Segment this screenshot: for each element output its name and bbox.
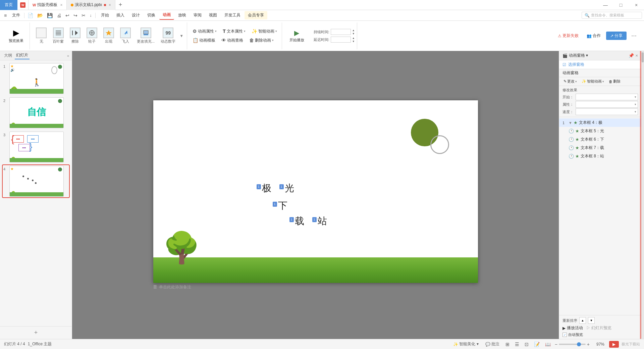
anim-view-btn[interactable]: 👁 动画查格: [219, 37, 245, 44]
text-item-zai[interactable]: 1 载: [289, 216, 304, 226]
quick-open[interactable]: 📂: [36, 12, 45, 19]
notes-placeholder[interactable]: 单击此处添加备注: [159, 284, 191, 290]
tab-start[interactable]: 开始: [98, 11, 112, 19]
text-item-ji[interactable]: 1 极: [257, 184, 271, 193]
play-active-btn[interactable]: ▶ 播放活动 ▷ 幻灯片预览: [562, 325, 638, 331]
slide-item-1[interactable]: 1 ★ 🔊 🚶 🌳: [3, 62, 69, 95]
view-outline-btn[interactable]: ☰: [514, 341, 521, 348]
slides-tab[interactable]: 幻灯片: [15, 52, 30, 59]
outline-tab[interactable]: 大纲: [3, 52, 13, 59]
duration-spin-up[interactable]: ▲ ▼: [352, 29, 355, 35]
minimize-btn[interactable]: —: [598, 0, 613, 10]
add-tab-btn[interactable]: +: [115, 0, 125, 10]
anim-none-btn[interactable]: 无: [33, 27, 49, 45]
play-slideshow-btn[interactable]: ▶: [609, 341, 619, 348]
preview-effect-btn[interactable]: ▶ 预览效果: [6, 27, 26, 44]
template-tab-close[interactable]: ×: [60, 3, 62, 7]
speed-select[interactable]: ▾: [576, 108, 638, 115]
text-item-guang[interactable]: 1 光: [279, 184, 294, 193]
comment-btn[interactable]: 💬 批注: [483, 341, 501, 348]
delay-spin[interactable]: ▲ ▼: [352, 37, 355, 43]
view-notes-btn[interactable]: 📝: [533, 341, 541, 348]
auto-preview-checkbox[interactable]: ✓: [562, 333, 567, 337]
anim-template-btn[interactable]: 📋 动画模板: [191, 37, 217, 44]
slide-canvas[interactable]: 1 极 1 光 1 下 1 载 1 站: [153, 100, 478, 283]
anim-number-btn[interactable]: 99 动态数字: [158, 27, 178, 45]
smart-effect-btn[interactable]: ✨ 智能动画 ▾: [580, 78, 606, 85]
select-pane-btn[interactable]: ☑ 选择窗格: [559, 60, 641, 69]
anim-list-item-4[interactable]: 🕐 ★ 文本框 7：载: [559, 144, 641, 152]
slide-item-4[interactable]: 4 ★ 🌳: [3, 165, 69, 197]
quick-format[interactable]: ↓: [88, 12, 93, 18]
anim-panel-close[interactable]: ×: [635, 53, 638, 58]
menu-toggle[interactable]: ≡: [2, 13, 9, 18]
tab-design[interactable]: 设计: [128, 11, 143, 19]
tab-view[interactable]: 视图: [206, 11, 220, 19]
close-btn[interactable]: ×: [629, 0, 644, 10]
slide-item-2[interactable]: 2 自信 🌳: [3, 97, 69, 129]
maximize-btn[interactable]: □: [613, 0, 629, 10]
anim-blinds-btn[interactable]: 百叶窗: [50, 27, 66, 45]
home-tab[interactable]: 首页: [0, 0, 17, 10]
property-select[interactable]: ▾: [576, 101, 638, 108]
anim-props-btn[interactable]: ⚙ 动画属性 ▾: [191, 28, 219, 35]
anim-appear-btn[interactable]: 出现: [101, 27, 117, 45]
redo-btn[interactable]: ↪: [72, 12, 79, 19]
update-fail-btn[interactable]: ⚠ 更新失败: [555, 32, 581, 40]
zoom-slider[interactable]: [559, 344, 586, 345]
zoom-level[interactable]: 97%: [592, 342, 604, 347]
right-scrollbar[interactable]: [641, 51, 644, 339]
change-effect-btn[interactable]: ✎ 更改 ▾: [562, 78, 579, 85]
tab-slideshow[interactable]: 放映: [175, 11, 190, 19]
reorder-up-btn[interactable]: ▲: [579, 317, 586, 324]
search-box[interactable]: 🔍 查找命令、搜索模板: [582, 12, 642, 19]
smart-anim-btn[interactable]: ✨ 智能动画 ▾: [250, 28, 279, 35]
share-btn[interactable]: ↗ 分享: [606, 32, 627, 40]
quick-save[interactable]: 💾: [45, 12, 54, 19]
text-item-zhan[interactable]: 1 站: [312, 216, 327, 226]
more-options-btn[interactable]: ⋯: [629, 32, 639, 40]
anim-list-item-3[interactable]: 🕐 ★ 文本框 6：下: [559, 135, 641, 144]
collapse-panel-btn[interactable]: «: [67, 54, 69, 58]
tab-animation[interactable]: 动画: [159, 11, 174, 20]
anim-fill-btn[interactable]: 更改填充...: [134, 27, 157, 45]
tab-insert[interactable]: 插入: [113, 11, 128, 19]
delay-input[interactable]: [331, 37, 351, 43]
anim-scroll-down[interactable]: ▼: [179, 22, 184, 49]
zoom-in-btn[interactable]: +: [587, 342, 590, 347]
anim-list-item-1[interactable]: 1 ▼ ★ 文本框 4：极: [559, 118, 641, 127]
anim-wheel-btn[interactable]: 轮子: [84, 27, 100, 45]
cooperate-btn[interactable]: 👥 合作: [584, 32, 603, 40]
duration-input[interactable]: [331, 29, 351, 35]
file-menu[interactable]: 文件: [9, 11, 23, 19]
doc-tab[interactable]: 演示文稿1.pptx ×: [67, 0, 115, 10]
tab-review[interactable]: 审阅: [190, 11, 205, 19]
anim-fly-btn[interactable]: 飞入: [117, 27, 133, 45]
slide-item-3[interactable]: 3 ■■■ ■■■ { ■■■ } 🌳: [3, 131, 69, 163]
anim-delete-btn[interactable]: 🗑 删除动画 ▾: [247, 37, 276, 44]
tab-transition[interactable]: 切换: [144, 11, 159, 19]
smart-beautify-btn[interactable]: ✨ 智能美化 ▾: [451, 341, 480, 348]
anim-list-item-2[interactable]: 🕐 ★ 文本框 5：光: [559, 127, 641, 135]
anim-text-props-btn[interactable]: T 文本属性 ▾: [221, 28, 248, 35]
quick-print[interactable]: 🖨: [55, 12, 63, 19]
view-read-btn[interactable]: 📖: [544, 341, 552, 348]
undo-btn[interactable]: ↩: [64, 12, 71, 19]
view-grid-btn[interactable]: ⊡: [523, 341, 530, 348]
template-tab[interactable]: W 找版壳模板 ×: [29, 0, 67, 10]
tab-dev[interactable]: 开发工具: [221, 11, 244, 19]
tab-member[interactable]: 会员专享: [245, 11, 267, 19]
anim-list-item-5[interactable]: 🕐 ★ 文本框 8：站: [559, 152, 641, 160]
anim-panel-pin[interactable]: 📌: [629, 53, 634, 58]
delete-effect-btn[interactable]: 🗑 删除: [607, 78, 622, 85]
zoom-out-btn[interactable]: −: [555, 342, 557, 347]
anim-wipe-btn[interactable]: 擦除: [67, 27, 83, 45]
format-painter[interactable]: ✂: [80, 12, 87, 19]
quick-new[interactable]: 📄: [26, 12, 35, 19]
start-play-btn[interactable]: ▶ 开始播放: [287, 28, 307, 44]
add-slide-btn[interactable]: +: [0, 326, 72, 339]
view-normal-btn[interactable]: ⊞: [504, 341, 511, 348]
reorder-down-btn[interactable]: ▼: [588, 317, 595, 324]
start-select[interactable]: ▾: [576, 94, 638, 100]
text-item-xia[interactable]: 1 下: [273, 201, 287, 210]
